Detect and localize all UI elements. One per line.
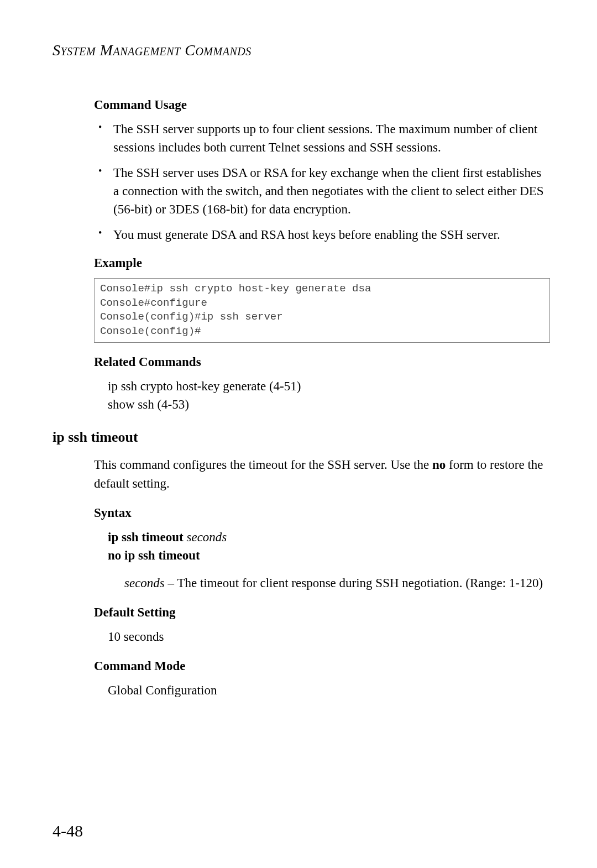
command-usage-list: The SSH server supports up to four clien… <box>94 120 550 244</box>
syntax-line: ip ssh timeout seconds <box>108 528 550 546</box>
intro-bold: no <box>432 458 446 472</box>
default-setting-heading: Default Setting <box>94 605 550 620</box>
command-mode-heading: Command Mode <box>94 659 550 673</box>
example-heading: Example <box>94 256 550 270</box>
intro-text-pre: This command configures the timeout for … <box>94 458 432 472</box>
default-setting-value: 10 seconds <box>108 628 550 646</box>
list-item: The SSH server supports up to four clien… <box>94 120 550 157</box>
command-mode-value: Global Configuration <box>108 681 550 699</box>
example-code-block: Console#ip ssh crypto host-key generate … <box>94 278 550 343</box>
related-commands-list: ip ssh crypto host-key generate (4-51) s… <box>108 377 550 414</box>
syntax-line: no ip ssh timeout <box>108 546 550 564</box>
related-command-item: show ssh (4-53) <box>108 395 550 414</box>
syntax-heading: Syntax <box>94 506 550 520</box>
command-usage-heading: Command Usage <box>94 98 550 112</box>
page-header: System Management Commands <box>53 41 550 59</box>
param-name: seconds <box>124 576 165 590</box>
parameter-description: seconds – The timeout for client respons… <box>124 574 550 592</box>
related-command-item: ip ssh crypto host-key generate (4-51) <box>108 377 550 395</box>
syntax-italic: seconds <box>187 530 227 544</box>
syntax-bold: no ip ssh timeout <box>108 548 200 562</box>
related-commands-heading: Related Commands <box>94 355 550 369</box>
param-text: – The timeout for client response during… <box>165 576 543 590</box>
syntax-block: ip ssh timeout seconds no ip ssh timeout <box>108 528 550 565</box>
list-item: You must generate DSA and RSA host keys … <box>94 226 550 244</box>
command-intro: This command configures the timeout for … <box>94 456 550 493</box>
command-title: ip ssh timeout <box>53 429 550 446</box>
page-number: 4-48 <box>53 822 83 840</box>
list-item: The SSH server uses DSA or RSA for key e… <box>94 164 550 219</box>
syntax-bold: ip ssh timeout <box>108 530 187 544</box>
